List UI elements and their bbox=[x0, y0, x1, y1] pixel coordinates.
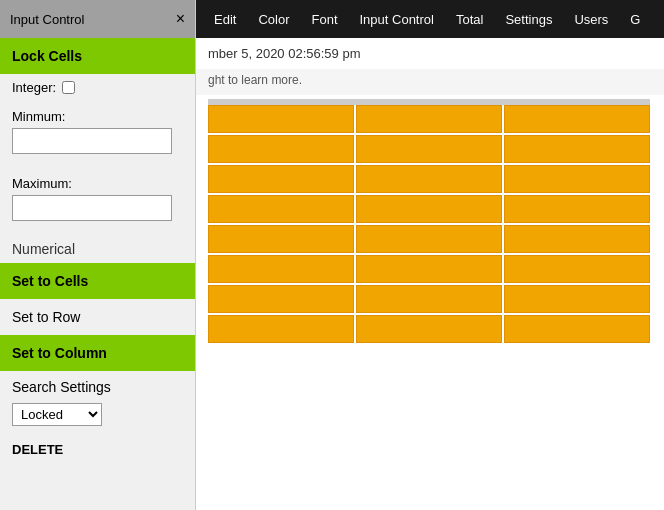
menu-users[interactable]: Users bbox=[564, 6, 618, 33]
cell[interactable] bbox=[356, 195, 502, 223]
cell[interactable] bbox=[208, 165, 354, 193]
menu-color[interactable]: Color bbox=[248, 6, 299, 33]
table-row bbox=[208, 165, 652, 193]
cell[interactable] bbox=[356, 255, 502, 283]
menu-font[interactable]: Font bbox=[301, 6, 347, 33]
cell[interactable] bbox=[208, 105, 354, 133]
cell[interactable] bbox=[356, 135, 502, 163]
cell[interactable] bbox=[356, 315, 502, 343]
cell[interactable] bbox=[504, 315, 650, 343]
cell[interactable] bbox=[504, 225, 650, 253]
sidebar-item-set-to-column[interactable]: Set to Column bbox=[0, 335, 195, 371]
content-timestamp: mber 5, 2020 02:56:59 pm bbox=[196, 38, 664, 69]
sidebar-item-lock-cells[interactable]: Lock Cells bbox=[0, 38, 195, 74]
locked-select[interactable]: Locked Unlocked Custom bbox=[12, 403, 102, 426]
integer-label: Integer: bbox=[12, 80, 56, 95]
cell[interactable] bbox=[356, 165, 502, 193]
cell[interactable] bbox=[504, 195, 650, 223]
cell[interactable] bbox=[356, 285, 502, 313]
cell[interactable] bbox=[208, 315, 354, 343]
maximum-input[interactable] bbox=[12, 195, 172, 221]
cell[interactable] bbox=[504, 105, 650, 133]
delete-button[interactable]: DELETE bbox=[0, 434, 195, 465]
content-info: ght to learn more. bbox=[196, 69, 664, 95]
cell[interactable] bbox=[504, 135, 650, 163]
menu-input-control[interactable]: Input Control bbox=[350, 6, 444, 33]
minimum-label: Minmum: bbox=[12, 109, 183, 124]
table-row bbox=[208, 135, 652, 163]
cell[interactable] bbox=[356, 105, 502, 133]
cell[interactable] bbox=[504, 285, 650, 313]
table-row bbox=[208, 285, 652, 313]
sidebar-close-button[interactable]: × bbox=[176, 10, 185, 28]
main-content: Edit Color Font Input Control Total Sett… bbox=[196, 0, 664, 510]
cell[interactable] bbox=[208, 135, 354, 163]
sidebar-item-set-to-cells[interactable]: Set to Cells bbox=[0, 263, 195, 299]
cell[interactable] bbox=[208, 255, 354, 283]
menu-settings[interactable]: Settings bbox=[495, 6, 562, 33]
maximum-section: Maximum: bbox=[0, 168, 195, 235]
minimum-input[interactable] bbox=[12, 128, 172, 154]
table-row bbox=[208, 195, 652, 223]
content-area: mber 5, 2020 02:56:59 pm ght to learn mo… bbox=[196, 38, 664, 510]
minimum-section: Minmum: bbox=[0, 101, 195, 168]
cell[interactable] bbox=[208, 225, 354, 253]
integer-checkbox[interactable] bbox=[62, 81, 75, 94]
cell[interactable] bbox=[208, 195, 354, 223]
menu-edit[interactable]: Edit bbox=[204, 6, 246, 33]
sidebar-search-settings: Search Settings bbox=[0, 371, 195, 399]
table-row bbox=[208, 225, 652, 253]
sidebar-title: Input Control bbox=[10, 12, 84, 27]
sidebar-header: Input Control × bbox=[0, 0, 195, 38]
menu-g[interactable]: G bbox=[620, 6, 650, 33]
menubar: Edit Color Font Input Control Total Sett… bbox=[196, 0, 664, 38]
locked-select-row: Locked Unlocked Custom bbox=[0, 399, 195, 434]
cell[interactable] bbox=[504, 165, 650, 193]
spreadsheet-area bbox=[196, 95, 664, 349]
table-row bbox=[208, 315, 652, 343]
sidebar-numerical: Numerical bbox=[0, 235, 195, 263]
sidebar: Input Control × Lock Cells Integer: Minm… bbox=[0, 0, 196, 510]
table-row bbox=[208, 105, 652, 133]
maximum-label: Maximum: bbox=[12, 176, 183, 191]
table-row bbox=[208, 255, 652, 283]
integer-row: Integer: bbox=[0, 74, 195, 101]
sidebar-item-set-to-row[interactable]: Set to Row bbox=[0, 299, 195, 335]
menu-total[interactable]: Total bbox=[446, 6, 493, 33]
cell[interactable] bbox=[208, 285, 354, 313]
cell[interactable] bbox=[356, 225, 502, 253]
cell[interactable] bbox=[504, 255, 650, 283]
